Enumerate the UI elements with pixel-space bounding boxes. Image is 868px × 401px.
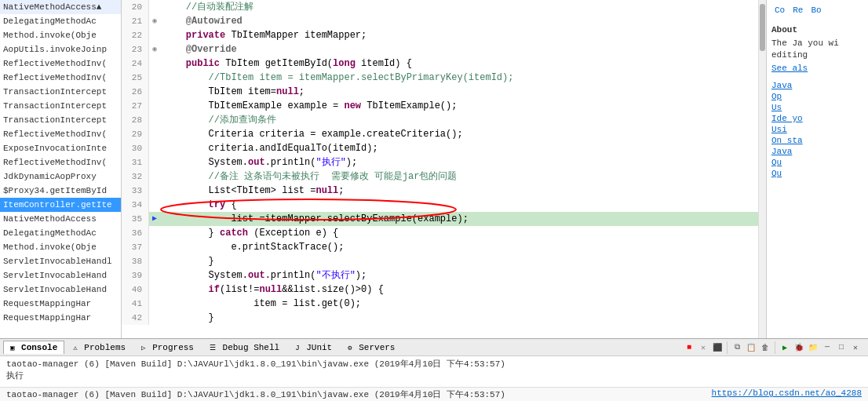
terminate-button[interactable]: ✕ <box>697 341 709 354</box>
minimize-button[interactable]: ─ <box>821 341 833 354</box>
code-row: 29 Criteria criteria = example.createCri… <box>122 127 758 141</box>
left-panel-item[interactable]: NativeMethodAccess▲ <box>0 0 121 14</box>
code-row: 21 ◉ @Autowired <box>122 14 758 28</box>
code-row: 36 } catch (Exception e) { <box>122 226 758 240</box>
debug-button[interactable]: 🐞 <box>793 341 805 354</box>
line-number: 37 <box>122 240 149 254</box>
line-content: item = list.get(0); <box>160 297 758 311</box>
left-panel-item[interactable]: ReflectiveMethodInv( <box>0 71 121 85</box>
line-number: 20 <box>122 0 149 14</box>
left-panel-item[interactable]: Method.invoke(Obje <box>0 240 121 254</box>
junit-icon: J <box>295 344 299 352</box>
line-number: 23 <box>122 42 149 57</box>
right-link-0[interactable]: Java <box>768 80 866 91</box>
line-content: e.printStackTrace(); <box>160 240 758 254</box>
line-content: System.out.println("执行"); <box>160 155 758 170</box>
line-content: if(list!=null&&list.size()>0) { <box>160 283 758 297</box>
scrollbar-thumb[interactable] <box>760 4 765 51</box>
right-link-7[interactable]: Qu <box>768 157 866 168</box>
console-tab-console[interactable]: ▣ Console <box>3 341 64 354</box>
problems-tab-label: Problems <box>84 343 126 352</box>
line-number: 33 <box>122 184 149 198</box>
copy-button[interactable]: ⧉ <box>731 341 743 354</box>
left-panel-item[interactable]: RequestMappingHar <box>0 297 121 311</box>
paste-button[interactable]: 📋 <box>745 341 757 354</box>
see-also-link[interactable]: See als <box>768 63 866 74</box>
console-tabs: ▣ Console ⚠ Problems ▷ Progress ☰ Debug … <box>0 339 868 356</box>
code-row: 38 } <box>122 254 758 268</box>
line-content: TbItemExample example = new TbItemExampl… <box>160 99 758 113</box>
left-panel-item[interactable]: RequestMappingHar <box>0 311 121 325</box>
code-row: 33 List<TbItem> list =null; <box>122 184 758 198</box>
code-row: 41 item = list.get(0); <box>122 297 758 311</box>
left-panel-item[interactable]: NativeMethodAccess <box>0 212 121 226</box>
right-link-5[interactable]: On sta <box>768 135 866 146</box>
co-button[interactable]: Co <box>771 5 788 16</box>
left-panel-item[interactable]: ServletInvocableHandl <box>0 254 121 268</box>
console-running-text: 执行 <box>6 370 862 381</box>
toolbar-btn-3[interactable]: ⬛ <box>711 341 724 354</box>
close-panel-button[interactable]: ✕ <box>849 341 862 354</box>
editor-scrollbar[interactable] <box>758 0 766 338</box>
left-panel-item[interactable]: AopUtils.invokeJoinp <box>0 42 121 57</box>
left-panel-item[interactable]: ItemController.getIte <box>0 198 121 212</box>
left-panel-item[interactable]: ServletInvocableHand <box>0 268 121 283</box>
servers-icon: ⚙ <box>348 344 352 352</box>
bo-button[interactable]: Bo <box>808 5 824 16</box>
left-panel[interactable]: NativeMethodAccess▲ DelegatingMethodAc M… <box>0 0 122 338</box>
right-panel-icons: Co Re Bo <box>768 3 866 17</box>
line-content: list =itemMapper.selectByExample(example… <box>160 212 758 226</box>
clear-button[interactable]: 🗑 <box>759 341 771 354</box>
right-link-4[interactable]: Usi <box>768 124 866 135</box>
right-link-3[interactable]: Ide yo <box>768 113 866 124</box>
left-panel-item[interactable]: JdkDynamicAopProxy <box>0 170 121 184</box>
left-panel-item[interactable]: ReflectiveMethodInv( <box>0 155 121 170</box>
right-link-8[interactable]: Qu <box>768 168 866 179</box>
code-content[interactable]: 20 //自动装配注解 21 ◉ @Autowired 22 private T… <box>122 0 758 338</box>
left-panel-item[interactable]: DelegatingMethodAc <box>0 226 121 240</box>
code-row: 39 System.out.println("不执行"); <box>122 268 758 283</box>
line-content: private TbItemMapper itemMapper; <box>160 28 758 42</box>
left-panel-item[interactable]: ExposeInvocationInte <box>0 141 121 155</box>
status-right[interactable]: https://blog.csdn.net/ao_4288 <box>712 388 862 400</box>
console-tab-debugshell[interactable]: ☰ Debug Shell <box>202 341 286 354</box>
line-number: 35 <box>122 212 149 226</box>
stop-button[interactable]: ■ <box>683 341 695 354</box>
left-panel-item[interactable]: TransactionIntercept <box>0 85 121 99</box>
maximize-button[interactable]: □ <box>835 341 848 354</box>
console-tab-servers[interactable]: ⚙ Servers <box>341 341 402 354</box>
left-panel-item[interactable]: DelegatingMethodAc <box>0 14 121 28</box>
folder-button[interactable]: 📁 <box>807 341 819 354</box>
about-title: About <box>768 24 866 36</box>
left-panel-item[interactable]: TransactionIntercept <box>0 113 121 127</box>
line-number: 36 <box>122 226 149 240</box>
junit-tab-label: JUnit <box>306 343 332 352</box>
about-text: The Ja you wi editing <box>768 36 866 63</box>
editor-area: 20 //自动装配注解 21 ◉ @Autowired 22 private T… <box>122 0 758 338</box>
main-area: NativeMethodAccess▲ DelegatingMethodAc M… <box>0 0 868 338</box>
left-panel-item[interactable]: $Proxy34.getItemById <box>0 184 121 198</box>
console-tab-problems[interactable]: ⚠ Problems <box>66 341 133 354</box>
right-link-1[interactable]: Op <box>768 91 866 102</box>
re-button[interactable]: Re <box>790 5 806 16</box>
run-button[interactable]: ▶ <box>779 341 791 354</box>
left-panel-item[interactable]: ReflectiveMethodInv( <box>0 127 121 141</box>
progress-icon: ▷ <box>141 344 145 352</box>
toolbar-separator2 <box>775 341 775 354</box>
left-panel-item[interactable]: ServletInvocableHand <box>0 283 121 297</box>
right-link-6[interactable]: Java <box>768 146 866 157</box>
left-panel-item[interactable]: TransactionIntercept <box>0 99 121 113</box>
right-link-2[interactable]: Us <box>768 102 866 113</box>
debugshell-tab-label: Debug Shell <box>223 343 280 352</box>
line-content: //TbItem item = itemMapper.selectByPrima… <box>160 71 758 85</box>
line-number: 32 <box>122 170 149 184</box>
console-tab-junit[interactable]: J JUnit <box>288 341 339 354</box>
status-left: taotao-manager (6) [Maven Build] D:\JAVA… <box>6 388 505 400</box>
left-panel-item[interactable]: Method.invoke(Obje <box>0 28 121 42</box>
left-panel-item[interactable]: ReflectiveMethodInv( <box>0 57 121 71</box>
code-row: 23 ◉ @Override <box>122 42 758 57</box>
code-row: 27 TbItemExample example = new TbItemExa… <box>122 99 758 113</box>
console-tab-progress[interactable]: ▷ Progress <box>134 341 201 354</box>
about-section: About The Ja you wi editing See als <box>768 24 866 74</box>
code-row: 28 //添加查询条件 <box>122 113 758 127</box>
